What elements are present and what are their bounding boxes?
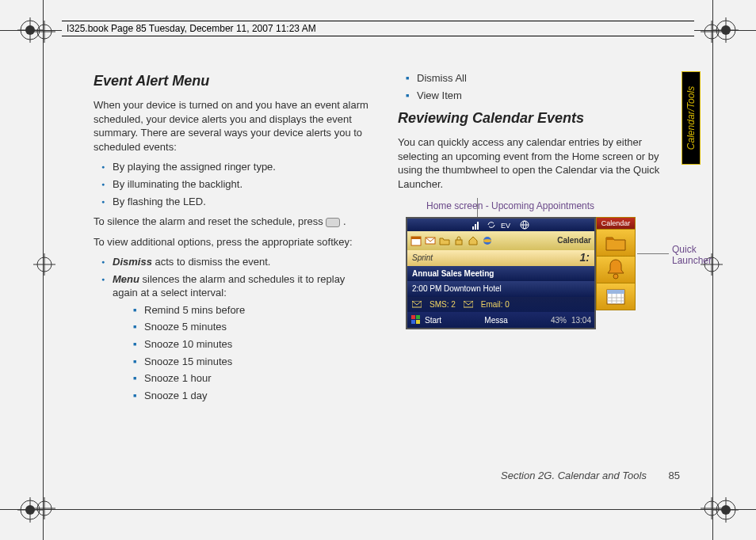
launcher-item (597, 283, 635, 310)
footer-section: Section 2G. Calendar and Tools (501, 470, 647, 481)
callout-line (477, 198, 478, 217)
phone-taskbar: Start Messa 43% 13:04 (407, 312, 594, 328)
crosshair-icon (33, 21, 55, 43)
section-tab-label: Calendar/Tools (685, 86, 697, 150)
callout-text-span: QuickLauncher (672, 244, 712, 266)
svg-rect-55 (607, 290, 624, 294)
signal-icon (472, 220, 482, 230)
svg-point-46 (483, 239, 491, 242)
page-footer: Section 2G. Calendar and Tools 85 (94, 470, 680, 481)
windows-icon (410, 314, 422, 325)
text: silences the alarm and schedules it to r… (113, 273, 345, 299)
list-item: Snooze 10 minutes (133, 337, 371, 352)
svg-text:EV: EV (501, 222, 510, 230)
mail-icon (425, 235, 436, 246)
crop-line-bottom (0, 509, 756, 510)
launcher-item (597, 256, 635, 283)
menu-label: Menu (113, 273, 139, 285)
phone-screenshot: EV Calendar Spr (406, 217, 596, 330)
app-row-label: Calendar (557, 235, 591, 246)
launcher-head: Calendar (597, 218, 635, 229)
list-item: Snooze 15 minutes (133, 355, 371, 369)
heading-event-alert: Event Alert Menu (94, 71, 371, 90)
svg-rect-35 (475, 224, 476, 230)
list-item: By flashing the LED. (101, 195, 371, 209)
figure: Home screen - Upcoming Appointments EV (398, 200, 677, 330)
svg-rect-50 (416, 315, 420, 319)
heading-reviewing: Reviewing Calendar Events (398, 108, 675, 127)
calendar-icon (605, 287, 626, 306)
text: . (343, 215, 346, 227)
svg-rect-49 (411, 315, 415, 319)
email-count: Email: 0 (481, 299, 510, 310)
phone-banner: Sprint 1: (407, 250, 594, 266)
lock-icon (453, 235, 464, 246)
list-item: View Item (406, 89, 675, 103)
folder-open-icon (605, 233, 627, 252)
list-item: Dismiss All (406, 71, 675, 86)
figure-caption: Home screen - Upcoming Appointments (426, 200, 677, 212)
svg-rect-36 (477, 222, 479, 230)
list-item: Snooze 5 minutes (133, 320, 371, 334)
list-item: Dismiss acts to dismiss the event. (101, 255, 371, 269)
home-icon (468, 235, 479, 246)
sms-count: SMS: 2 (430, 299, 456, 310)
callout-quick-launcher: QuickLauncher (672, 244, 712, 267)
text: acts to dismiss the event. (152, 256, 271, 268)
list-item: By illuminating the backlight. (101, 177, 371, 192)
calendar-small-icon (410, 235, 422, 246)
carrier-label: Sprint (412, 253, 433, 264)
reviewing-paragraph: You can quickly access any calendar entr… (398, 135, 675, 191)
bell-icon (606, 258, 625, 280)
continuation-list: Dismiss All View Item (398, 71, 675, 102)
phone-status-bar: EV (407, 219, 594, 231)
ev-icon: EV (501, 220, 515, 230)
svg-rect-52 (416, 320, 420, 324)
page-body: Event Alert Menu When your device is tur… (94, 71, 680, 483)
crosshair-icon (701, 21, 723, 43)
start-label: Start (425, 315, 441, 326)
browser-icon (482, 235, 493, 246)
crosshair-icon (33, 253, 55, 276)
clock-label: 13:04 (571, 315, 591, 326)
folder-icon (439, 235, 450, 246)
softkey-list: Dismiss acts to dismiss the event. Menu … (94, 255, 371, 402)
footer-page-number: 85 (669, 470, 680, 481)
launcher-item (597, 229, 635, 256)
phone-app-row: Calendar (407, 231, 594, 250)
email-icon (464, 301, 473, 309)
section-tab: Calendar/Tools (682, 71, 701, 165)
dismiss-label: Dismiss (113, 256, 152, 268)
list-item: By playing the assigned ringer type. (101, 160, 371, 174)
list-item: Snooze 1 hour (133, 371, 371, 386)
list-item: Snooze 1 day (133, 389, 371, 403)
sms-icon (412, 301, 422, 309)
callout-line (637, 253, 669, 254)
alert-list: By playing the assigned ringer type. By … (94, 160, 371, 208)
list-item: Menu silences the alarm and schedules it… (101, 272, 371, 402)
right-column: Dismiss All View Item Reviewing Calendar… (398, 71, 675, 409)
list-item: Remind 5 mins before (133, 303, 371, 318)
sync-icon (487, 220, 496, 230)
crosshair-icon (701, 497, 723, 519)
phone-event-sub: 2:00 PM Downtown Hotel (407, 281, 594, 297)
svg-point-53 (613, 274, 618, 279)
left-column: Event Alert Menu When your device is tur… (94, 71, 371, 409)
phone-event-title: Annual Sales Meeting (407, 266, 594, 282)
svg-rect-44 (456, 240, 462, 245)
snooze-list: Remind 5 mins before Snooze 5 minutes Sn… (113, 303, 371, 402)
key-icon (326, 218, 340, 227)
softkey-paragraph: To view additional options, press the ap… (94, 235, 371, 249)
svg-rect-42 (411, 237, 421, 239)
svg-rect-51 (411, 320, 415, 324)
book-header: I325.book Page 85 Tuesday, December 11, … (62, 21, 694, 36)
time-preview: 1: (580, 250, 590, 265)
intro-paragraph: When your device is turned on and you ha… (94, 98, 371, 154)
text: To silence the alarm and reset the sched… (94, 215, 326, 227)
silence-paragraph: To silence the alarm and reset the sched… (94, 215, 371, 229)
globe-icon (520, 220, 529, 230)
battery-label: 43% (551, 315, 567, 326)
svg-rect-34 (472, 226, 474, 230)
phone-counts: SMS: 2 Email: 0 (407, 297, 594, 313)
quick-launcher: Calendar (596, 217, 636, 310)
